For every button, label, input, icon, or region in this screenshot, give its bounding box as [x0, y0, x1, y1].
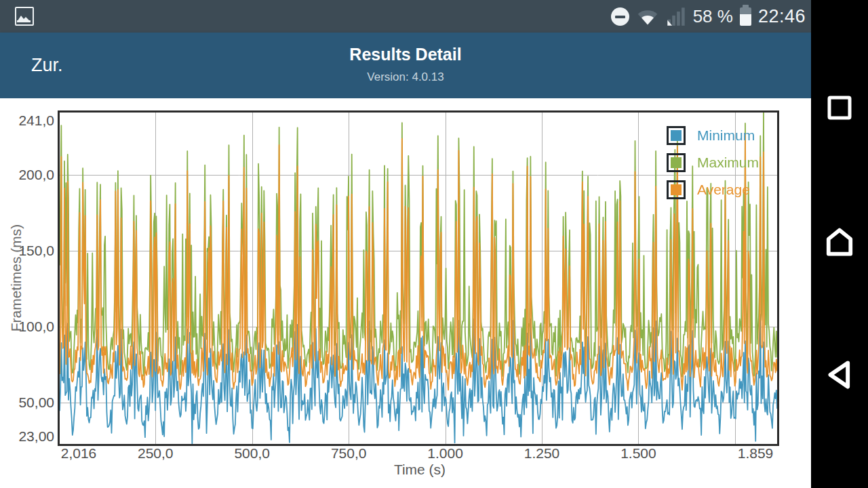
status-bar: 58 % 22:46: [0, 0, 811, 33]
cell-signal-icon: [666, 7, 686, 26]
app-header: Zur. Results Detail Version: 4.0.13: [0, 33, 811, 98]
legend-label: Minimum: [697, 127, 755, 144]
chart-legend: MinimumMaximumAverage: [667, 126, 759, 207]
y-tick-labels: 241,0200,0150,0100,050,0023,00: [0, 113, 54, 444]
legend-swatch-icon: [667, 126, 686, 145]
battery-icon: [740, 7, 751, 26]
do-not-disturb-icon: [611, 7, 629, 26]
back-triangle-icon: [821, 357, 858, 393]
y-tick-label: 23,00: [18, 428, 54, 445]
legend-swatch-icon: [667, 180, 686, 199]
x-tick-label: 250,0: [138, 445, 174, 462]
home-button[interactable]: [823, 225, 856, 262]
x-axis-title: Time (s): [394, 462, 446, 478]
back-button[interactable]: Zur.: [31, 55, 63, 76]
x-tick-label: 2,016: [61, 445, 97, 462]
y-tick-label: 241,0: [18, 113, 54, 129]
legend-label: Maximum: [697, 155, 759, 171]
x-tick-label: 500,0: [234, 445, 270, 462]
x-tick-label: 1.250: [524, 445, 560, 462]
version-label: Version: 4.0.13: [349, 70, 461, 84]
x-tick-label: 1.859: [738, 445, 774, 462]
android-screen: 58 % 22:46 Zur. Results Detail Version: …: [0, 0, 868, 488]
navigation-bar: [811, 0, 868, 488]
picture-icon: [15, 7, 34, 26]
y-tick-label: 50,00: [18, 394, 54, 411]
home-icon: [823, 225, 856, 259]
y-tick-label: 200,0: [18, 167, 54, 183]
x-tick-label: 1.000: [427, 445, 463, 462]
x-tick-label: 1.500: [620, 445, 656, 462]
legend-item-maximum: Maximum: [667, 153, 759, 172]
x-tick-label: 750,0: [331, 445, 367, 462]
clock-text: 22:46: [758, 6, 806, 27]
legend-label: Average: [697, 182, 750, 198]
battery-percent-text: 58 %: [693, 6, 733, 27]
legend-swatch-icon: [667, 153, 686, 172]
back-nav-button[interactable]: [821, 357, 858, 396]
y-tick-label: 150,0: [18, 243, 54, 259]
wifi-icon: [636, 7, 659, 26]
recents-square-icon: [827, 95, 852, 121]
y-tick-label: 100,0: [18, 319, 54, 335]
legend-item-minimum: Minimum: [667, 126, 759, 145]
recents-button[interactable]: [827, 95, 852, 123]
chart-area: Frametimes (ms) Time (s) 241,0200,0150,0…: [0, 98, 811, 488]
status-bar-right: 58 % 22:46: [611, 0, 806, 33]
legend-item-average: Average: [667, 180, 759, 199]
x-tick-labels: 2,016250,0500,0750,01.0001.2501.5001.859: [60, 445, 777, 463]
screenshot-notification-icon: [15, 7, 34, 26]
header-center: Results Detail Version: 4.0.13: [349, 45, 461, 84]
page-title: Results Detail: [349, 45, 461, 64]
